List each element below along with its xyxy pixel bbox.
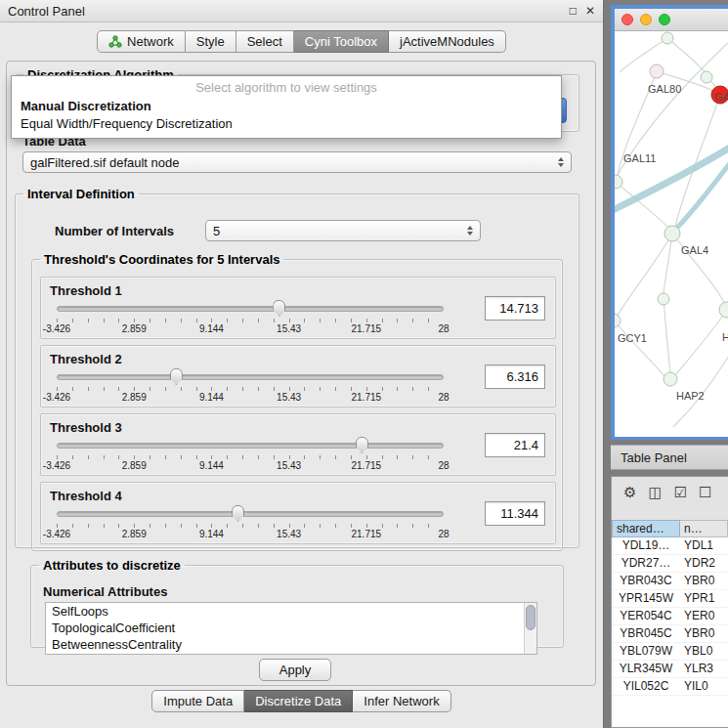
slider-track[interactable] [57,443,444,449]
threshold-3-box: Threshold 3 -3.4262.8599.14415.4321.7152… [40,413,556,476]
slider-track[interactable] [57,511,444,517]
select-all-icon[interactable]: ☑ [674,485,687,499]
threshold-2-label: Threshold 2 [50,352,122,366]
zoom-traffic-light-icon[interactable] [659,14,670,25]
table-row[interactable]: YPR145WYPR1 [612,590,728,608]
table-row[interactable]: YBL079WYBL0 [612,643,728,661]
threshold-4-value-field[interactable]: 11.344 [485,501,545,526]
node-label: GAL80 [648,83,681,95]
dropdown-option-manual-discretization[interactable]: Manual Discretization [12,98,561,115]
bottom-tab-bar: Impute Data Discretize Data Infer Networ… [0,690,603,712]
list-item[interactable]: TopologicalCoefficient [46,620,536,636]
table-row[interactable]: YER054CYER0 [612,608,728,625]
close-icon[interactable]: ✕ [585,5,595,17]
tab-select[interactable]: Select [236,30,294,53]
network-view-window: GAL80 GA GAL11 GAL4 GCY1 HAP2 H [611,5,728,440]
tab-network-label: Network [127,34,174,49]
cyni-toolbox-content: Discretization Algorithm Select algorith… [6,61,596,686]
slider-thumb[interactable] [273,300,285,317]
node-label: H [722,331,728,343]
slider-thumb[interactable] [170,368,183,385]
deselect-all-icon[interactable]: ☐ [699,485,711,499]
apply-button[interactable]: Apply [259,659,331,681]
slider-track[interactable] [57,306,444,312]
threshold-1-value-field[interactable]: 14.713 [485,296,545,321]
node[interactable] [650,64,664,78]
list-item[interactable]: BetweennessCentrality [46,636,536,653]
table-row[interactable]: YBR045CYBR0 [612,625,728,643]
table-row[interactable]: YIL052CYIL0 [612,678,728,696]
threshold-3-value-field[interactable]: 21.4 [485,433,545,457]
node-label: GAL4 [681,244,708,256]
threshold-4-slider[interactable]: -3.4262.8599.14415.4321.71528 [57,504,444,539]
tab-style[interactable]: Style [186,30,236,53]
threshold-2-slider[interactable]: -3.4262.8599.14415.4321.71528 [57,367,444,403]
slider-ticks [57,387,444,391]
thresholds-group-title: Threshold's Coordinates for 5 Intervals [40,252,283,267]
slider-tick-labels: -3.4262.8599.14415.4321.71528 [57,392,444,403]
table-toolbar-gap [612,506,728,520]
tab-infer-network[interactable]: Infer Network [353,690,450,712]
table-row[interactable]: YDR27…YDR2 [612,555,728,573]
node[interactable] [615,314,621,327]
threshold-3-label: Threshold 3 [50,420,122,435]
numerical-attributes-list[interactable]: SelfLoops TopologicalCoefficient Between… [45,602,537,655]
tab-network[interactable]: Network [97,30,186,53]
columns-icon[interactable]: ◫ [648,485,662,499]
table-data-combo-value: galFiltered.sif default node [30,155,179,170]
slider-track[interactable] [57,374,444,380]
threshold-3-slider[interactable]: -3.4262.8599.14415.4321.71528 [57,436,444,471]
attributes-group: Attributes to discretize Numerical Attri… [30,558,564,648]
column-header-shared-name[interactable]: shared… [612,520,680,537]
window-buttons: □ ✕ [570,5,595,17]
panel-tab-bar: Network Style Select Cyni Toolbox jActiv… [0,30,603,53]
tab-discretize-data[interactable]: Discretize Data [244,690,353,712]
dropdown-option-equal-width-frequency[interactable]: Equal Width/Frequency Discretization [12,115,561,133]
table-body: YDL19…YDL1 YDR27…YDR2 YBR043CYBR0 YPR145… [612,537,728,727]
node[interactable] [662,32,673,44]
table-data-combo[interactable]: galFiltered.sif default node [22,151,572,173]
slider-thumb[interactable] [232,505,244,522]
tab-jactivemnodules[interactable]: jActiveMNodules [389,30,506,53]
tab-cyni-toolbox[interactable]: Cyni Toolbox [294,30,389,53]
node-label: GCY1 [618,332,647,344]
number-of-intervals-value: 5 [213,224,220,238]
tab-impute-data[interactable]: Impute Data [151,690,244,712]
list-scrollbar[interactable] [524,603,536,654]
interval-definition-group: Interval Definition Number of Intervals … [15,187,579,548]
node[interactable] [719,302,728,318]
table-row[interactable]: YBR043CYBR0 [612,573,728,590]
node[interactable] [664,226,680,241]
network-canvas[interactable]: GAL80 GA GAL11 GAL4 GCY1 HAP2 H [615,31,728,437]
list-item[interactable]: SelfLoops [46,603,536,620]
threshold-1-label: Threshold 1 [50,283,122,298]
threshold-1-slider[interactable]: -3.4262.8599.14415.4321.71528 [57,299,444,334]
gear-icon[interactable]: ⚙ [623,485,636,499]
slider-thumb[interactable] [356,437,368,453]
table-panel-header[interactable]: Table Panel [611,445,728,470]
threshold-2-box: Threshold 2 -3.4262.8599.14415.4321.7152… [40,345,556,407]
node[interactable] [664,372,677,386]
node-label: HAP2 [676,390,705,402]
node[interactable] [701,71,712,83]
number-of-intervals-combo[interactable]: 5 [205,220,481,241]
numerical-attributes-label: Numerical Attributes [43,584,167,599]
column-header-name[interactable]: n… [680,520,728,537]
table-row[interactable]: YLR345WYLR3 [612,661,728,678]
thresholds-group: Threshold's Coordinates for 5 Intervals … [31,252,563,551]
slider-ticks [57,455,444,459]
threshold-2-value-field[interactable]: 6.316 [485,364,545,389]
threshold-4-label: Threshold 4 [50,489,122,503]
threshold-4-box: Threshold 4 -3.4262.8599.14415.4321.7152… [40,482,556,544]
table-row[interactable]: YDL19…YDL1 [612,537,728,555]
scrollbar-thumb[interactable] [526,605,535,630]
network-graph: GAL80 GA GAL11 GAL4 GCY1 HAP2 H [615,31,728,437]
combo-arrows-icon [467,226,473,236]
network-icon [108,35,122,48]
minimize-traffic-light-icon[interactable] [640,14,652,25]
node[interactable] [658,293,669,305]
node-label: GA [714,91,728,103]
close-traffic-light-icon[interactable] [621,14,633,25]
slider-tick-labels: -3.4262.8599.14415.4321.71528 [57,323,444,334]
restore-icon[interactable]: □ [570,5,577,17]
